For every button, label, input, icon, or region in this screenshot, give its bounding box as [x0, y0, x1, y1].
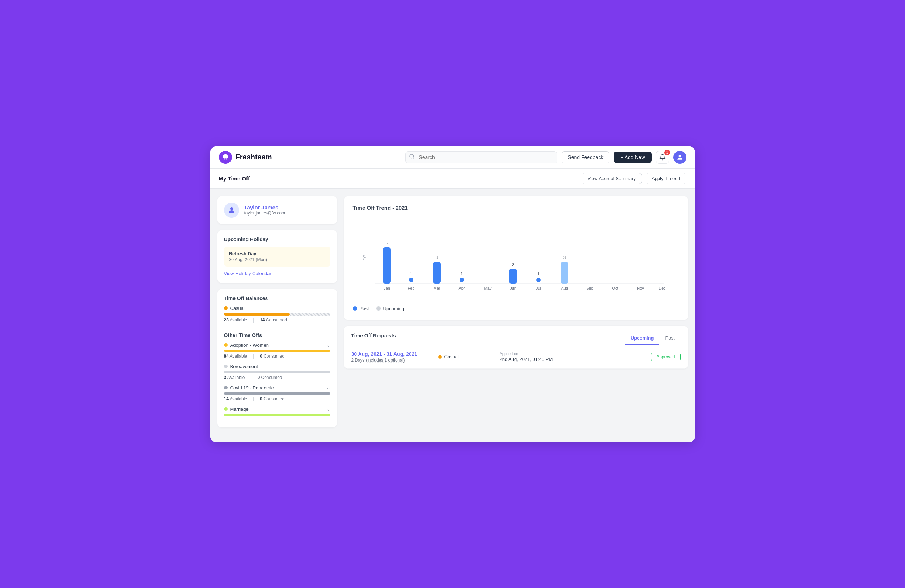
dot-jan — [385, 278, 389, 282]
covid-bar — [224, 392, 330, 395]
bereavement-stats: 3 Available | 0 Consumed — [224, 375, 330, 380]
top-nav: Freshteam Send Feedback + Add New 1 — [210, 146, 695, 168]
svg-point-2 — [678, 155, 681, 157]
svg-text:5: 5 — [385, 241, 387, 245]
logo-area: Freshteam — [219, 151, 272, 164]
svg-text:Days: Days — [362, 254, 366, 263]
svg-point-3 — [230, 207, 233, 210]
notifications-button[interactable]: 1 — [656, 151, 669, 164]
svg-text:3: 3 — [435, 255, 438, 260]
view-holiday-calendar-link[interactable]: View Holiday Calendar — [224, 271, 272, 276]
requests-card: Time Off Requests Upcoming Past 30 Aug, … — [344, 326, 688, 369]
applied-on-label: Applied on — [500, 352, 644, 356]
user-card: Taylor James taylor.james@fw.com — [218, 196, 337, 224]
other-timeoffs-title: Other Time Offs — [224, 332, 330, 338]
marriage-dot — [224, 407, 228, 411]
chart-area: Days 5 1 3 — [353, 223, 679, 302]
bereavement-header: Bereavement — [224, 364, 330, 369]
notification-badge: 1 — [664, 150, 670, 155]
covid-dot — [224, 386, 228, 390]
covid-stats: 14 Available | 0 Consumed — [224, 396, 330, 401]
svg-line-1 — [413, 158, 414, 159]
bereavement-dot — [224, 365, 228, 368]
upcoming-holiday-card: Upcoming Holiday Refresh Day 30 Aug, 202… — [218, 230, 337, 283]
user-avatar-button[interactable] — [673, 151, 686, 164]
freshteam-logo-svg — [222, 154, 229, 161]
adoption-consumed: 0 Consumed — [260, 353, 284, 359]
dot-aug — [562, 278, 567, 282]
chart-title: Time Off Trend - 2021 — [353, 205, 679, 211]
casual-label-text: Casual — [230, 306, 245, 311]
search-input[interactable] — [405, 151, 557, 163]
marriage-label: Marriage — [224, 406, 249, 412]
main-content: Taylor James taylor.james@fw.com Upcomin… — [210, 189, 695, 442]
svg-text:Jul: Jul — [535, 286, 541, 290]
svg-text:Apr: Apr — [459, 286, 465, 290]
adoption-bar — [224, 350, 330, 352]
dot-apr — [460, 278, 464, 282]
adoption-header: Adoption - Women ⌄ — [224, 342, 330, 348]
svg-text:Oct: Oct — [612, 286, 618, 290]
request-type-dot — [438, 355, 442, 359]
requests-header: Time Off Requests Upcoming Past — [344, 326, 688, 346]
covid-chevron-icon[interactable]: ⌄ — [326, 385, 330, 391]
sub-header: My Time Off View Accrual Summary Apply T… — [210, 168, 695, 189]
casual-consumed: 14 Consumed — [260, 317, 287, 323]
bereavement-label: Bereavement — [224, 364, 258, 369]
request-row: 30 Aug, 2021 - 31 Aug, 2021 2 Days (incl… — [344, 346, 688, 369]
add-new-button[interactable]: + Add New — [614, 152, 651, 163]
request-date-range: 30 Aug, 2021 - 31 Aug, 2021 — [351, 351, 431, 357]
casual-progress-bar — [224, 313, 330, 316]
marriage-chevron-icon[interactable]: ⌄ — [326, 406, 330, 412]
covid-consumed: 0 Consumed — [260, 396, 284, 401]
send-feedback-button[interactable]: Send Feedback — [562, 151, 610, 163]
logo-icon — [219, 151, 232, 164]
applied-date: 2nd Aug, 2021, 01:45 PM — [500, 357, 644, 362]
casual-fill — [224, 313, 290, 316]
svg-text:1: 1 — [460, 272, 462, 276]
svg-text:Feb: Feb — [408, 286, 414, 290]
covid-header: Covid 19 - Pandemic ⌄ — [224, 385, 330, 391]
covid-item: Covid 19 - Pandemic ⌄ 14 Available | 0 C… — [224, 385, 330, 401]
svg-text:Dec: Dec — [659, 286, 666, 290]
legend-upcoming: Upcoming — [376, 306, 405, 311]
tab-past[interactable]: Past — [659, 331, 680, 345]
status-badge: Approved — [651, 353, 680, 361]
dot-jul — [536, 278, 541, 282]
requests-title: Time Off Requests — [351, 333, 396, 344]
avatar — [224, 203, 239, 218]
bereavement-bar — [224, 371, 330, 373]
casual-label: Casual — [224, 306, 330, 311]
nav-actions: Send Feedback + Add New 1 — [562, 151, 686, 164]
chart-divider — [353, 217, 679, 217]
divider — [224, 328, 330, 328]
right-panel: Time Off Trend - 2021 Days 5 — [344, 196, 688, 435]
dot-feb — [409, 278, 413, 282]
marriage-item: Marriage ⌄ — [224, 406, 330, 416]
adoption-available: 84 Available — [224, 353, 248, 359]
dot-mar — [435, 278, 439, 282]
page-title: My Time Off — [219, 175, 250, 182]
marriage-bar — [224, 414, 330, 416]
casual-available: 23 Available — [224, 317, 248, 323]
casual-striped — [290, 313, 330, 316]
apply-timeoff-button[interactable]: Apply Timeoff — [646, 173, 686, 184]
svg-text:Jun: Jun — [510, 286, 516, 290]
holiday-card-title: Upcoming Holiday — [224, 236, 330, 242]
adoption-label: Adoption - Women — [224, 342, 269, 348]
legend-past-dot — [353, 306, 357, 311]
bereavement-item: Bereavement 3 Available | 0 Consumed — [224, 364, 330, 380]
balances-title: Time Off Balances — [224, 295, 330, 301]
svg-text:Mar: Mar — [433, 286, 440, 290]
user-email: taylor.james@fw.com — [244, 211, 286, 216]
view-accrual-button[interactable]: View Accrual Summary — [581, 173, 642, 184]
svg-text:1: 1 — [537, 272, 539, 276]
chart-legend: Past Upcoming — [353, 306, 679, 311]
svg-text:Jan: Jan — [384, 286, 390, 290]
tab-upcoming[interactable]: Upcoming — [625, 331, 660, 345]
request-days: 2 Days (includes 1 optional) — [351, 358, 431, 363]
adoption-chevron-icon[interactable]: ⌄ — [326, 342, 330, 348]
svg-text:May: May — [484, 286, 491, 290]
legend-upcoming-label: Upcoming — [383, 306, 405, 311]
covid-label: Covid 19 - Pandemic — [224, 385, 274, 391]
